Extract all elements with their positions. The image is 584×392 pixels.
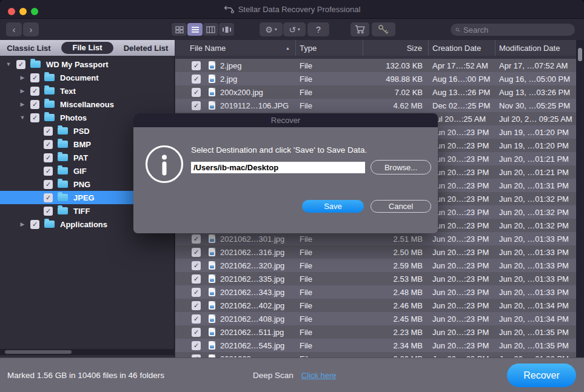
coverflow-view-button[interactable] — [219, 23, 234, 36]
disclosure-closed-icon[interactable]: ▶ — [16, 101, 29, 107]
tree-item-text[interactable]: ▶ ✓ Text — [0, 84, 174, 98]
row-checkbox[interactable]: ✓ — [192, 261, 201, 270]
row-checkbox[interactable]: ✓ — [192, 288, 201, 297]
tree-checkbox[interactable]: ✓ — [30, 73, 39, 82]
deep-scan-label: Deep Scan — [253, 371, 294, 380]
table-row[interactable]: ✓2021062…545.jpg File 2.34 MB Jun 20…:23… — [175, 339, 577, 352]
search-input[interactable] — [463, 25, 570, 35]
tree-checkbox[interactable]: ✓ — [30, 113, 39, 122]
folder-icon — [58, 141, 68, 148]
tree-checkbox[interactable]: ✓ — [44, 140, 53, 149]
save-button[interactable]: Save — [302, 200, 364, 213]
folder-icon — [58, 167, 68, 174]
column-header-type[interactable]: Type — [296, 40, 363, 56]
table-row[interactable]: ✓2019112…106.JPG File 4.62 MB Dec 02…:25… — [175, 99, 577, 112]
row-checkbox[interactable]: ✓ — [192, 301, 201, 310]
tree-checkbox[interactable]: ✓ — [30, 100, 39, 109]
column-view-button[interactable] — [203, 23, 218, 36]
dialog-title: Recover — [133, 113, 438, 127]
table-row[interactable]: ✓2021062…511.jpg File 2.23 MB Jun 20…:23… — [175, 325, 577, 339]
tree-checkbox[interactable]: ✓ — [16, 60, 25, 69]
settings-button[interactable]: ⚙ ▾ — [260, 22, 283, 36]
tree-checkbox[interactable]: ✓ — [44, 167, 53, 176]
column-header-creation-date[interactable]: Creation Date — [429, 40, 495, 56]
row-checkbox[interactable]: ✓ — [192, 234, 201, 244]
table-row[interactable]: ✓200x200.jpg File 7.02 KB Aug 13…:26 PM … — [175, 85, 577, 99]
folder-icon — [44, 101, 55, 108]
recover-button[interactable]: Recover — [507, 364, 576, 387]
disclosure-open-icon[interactable]: ▼ — [16, 115, 29, 121]
tab-deleted-list[interactable]: Deleted List — [117, 44, 175, 53]
tree-checkbox[interactable]: ✓ — [44, 153, 53, 162]
disclosure-closed-icon[interactable]: ▶ — [16, 221, 29, 227]
table-row[interactable]: ✓2.jpeg File 132.03 KB Apr 17…:52 AM Apr… — [175, 59, 577, 72]
column-header-modification-date[interactable]: Modification Date — [495, 40, 576, 56]
activation-button[interactable] — [372, 22, 395, 36]
list-view-button[interactable] — [187, 23, 203, 36]
row-checkbox[interactable]: ✓ — [192, 314, 201, 324]
row-checkbox[interactable]: ✓ — [192, 274, 201, 284]
tab-classic-list[interactable]: Classic List — [0, 44, 58, 53]
row-checkbox[interactable]: ✓ — [192, 341, 201, 350]
folder-icon — [30, 61, 41, 68]
row-checkbox[interactable]: ✓ — [192, 88, 201, 97]
buy-button[interactable] — [351, 22, 369, 36]
row-checkbox[interactable]: ✓ — [192, 61, 201, 70]
disclosure-closed-icon[interactable]: ▶ — [16, 88, 29, 94]
browse-button[interactable]: Browse... — [371, 160, 431, 174]
dialog-body: Select Destination and click 'Save' to S… — [133, 127, 438, 233]
image-file-icon — [209, 88, 215, 96]
search-field[interactable] — [451, 24, 575, 36]
tree-checkbox[interactable]: ✓ — [44, 207, 53, 216]
row-checkbox[interactable]: ✓ — [192, 75, 201, 84]
table-vertical-scrollbar[interactable] — [576, 40, 584, 357]
list-icon — [191, 26, 200, 33]
tab-file-list[interactable]: File List — [61, 42, 113, 54]
destination-path-input[interactable] — [191, 162, 365, 173]
app-window: Stellar Data Recovery Professional ‹ › — [0, 0, 584, 392]
close-window-button[interactable] — [8, 8, 15, 15]
table-row[interactable]: ✓2021062…408.jpg File 2.45 MB Jun 20…:23… — [175, 312, 577, 325]
table-row[interactable]: ✓2021062…343.jpg File 2.48 MB Jun 20…:23… — [175, 285, 577, 299]
column-header-size[interactable]: Size — [363, 40, 429, 56]
image-file-icon — [209, 75, 215, 83]
view-switcher — [172, 23, 234, 36]
sidebar-horizontal-scrollbar[interactable] — [0, 349, 175, 355]
tree-checkbox[interactable]: ✓ — [44, 193, 53, 202]
image-file-icon — [209, 101, 215, 110]
cancel-button[interactable]: Cancel — [371, 200, 431, 213]
row-checkbox[interactable]: ✓ — [192, 101, 201, 110]
folder-icon — [58, 194, 68, 201]
disclosure-closed-icon[interactable]: ▶ — [16, 75, 29, 81]
tree-item-wd-my-passport[interactable]: ▼ ✓ WD My Passport — [0, 58, 174, 71]
tree-item-document[interactable]: ▶ ✓ Document — [0, 71, 174, 84]
tree-item-miscellaneous[interactable]: ▶ ✓ Miscellaneous — [0, 98, 174, 111]
scrollbar-thumb[interactable] — [5, 350, 72, 354]
table-row[interactable]: ✓2021062…335.jpg File 2.53 MB Jun 20…:23… — [175, 272, 577, 285]
table-row[interactable]: ✓2.jpg File 498.88 KB Aug 16…:00 PM Aug … — [175, 72, 577, 85]
tree-checkbox[interactable]: ✓ — [30, 87, 39, 96]
zoom-window-button[interactable] — [31, 8, 38, 15]
minimize-window-button[interactable] — [19, 8, 27, 15]
tree-checkbox[interactable]: ✓ — [44, 127, 53, 136]
column-header-file-name[interactable]: File Name ▲ — [175, 40, 296, 56]
help-button[interactable]: ? — [307, 22, 329, 36]
table-row[interactable]: ✓2021062…320.jpg File 2.59 MB Jun 20…:23… — [175, 259, 577, 272]
folder-icon — [58, 207, 68, 214]
back-button[interactable]: ‹ — [6, 22, 22, 36]
grid-view-button[interactable] — [172, 23, 187, 36]
scrollbar-thumb[interactable] — [578, 48, 582, 61]
forward-button[interactable]: › — [23, 22, 39, 36]
row-checkbox[interactable]: ✓ — [192, 328, 201, 337]
tree-checkbox[interactable]: ✓ — [30, 220, 39, 229]
deep-scan-link[interactable]: Click here — [301, 371, 337, 380]
tree-checkbox[interactable]: ✓ — [44, 180, 53, 189]
table-row[interactable]: ✓2021062… File 2.30 MB Jun 20…:23 PM Jun… — [175, 352, 577, 357]
table-row[interactable]: ✓2021062…316.jpg File 2.50 MB Jun 20…:23… — [175, 245, 577, 259]
table-row[interactable]: ✓2021062…402.jpg File 2.46 MB Jun 20…:23… — [175, 299, 577, 312]
disclosure-open-icon[interactable]: ▼ — [2, 61, 15, 67]
row-checkbox[interactable]: ✓ — [192, 248, 201, 257]
gear-icon: ⚙ — [265, 25, 273, 35]
table-row[interactable]: ✓2021062…301.jpg File 2.51 MB Jun 20…:23… — [175, 232, 577, 245]
rescan-button[interactable]: ↺ ▾ — [283, 22, 306, 36]
